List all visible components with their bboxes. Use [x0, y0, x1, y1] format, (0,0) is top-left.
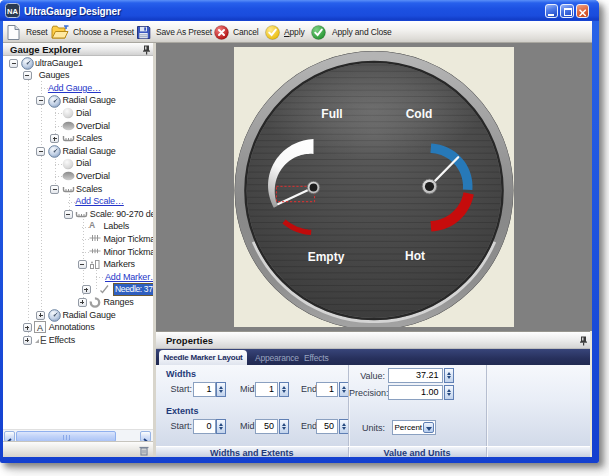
- svg-text:A: A: [37, 323, 43, 333]
- svg-text:Full: Full: [321, 107, 342, 121]
- svg-text:E: E: [40, 335, 47, 346]
- svg-text:Empty: Empty: [308, 250, 345, 264]
- svg-text:Hot: Hot: [405, 249, 425, 263]
- svg-text:Cold: Cold: [406, 107, 433, 121]
- svg-text:NA: NA: [7, 7, 18, 16]
